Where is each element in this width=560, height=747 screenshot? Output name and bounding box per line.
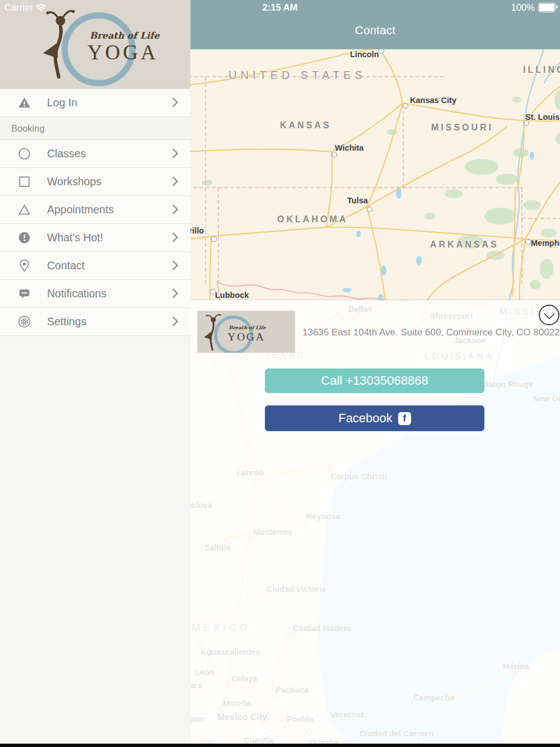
facebook-icon: [398, 412, 411, 425]
studio-address: 13635 East 104th Ave. Suite 600, Commerc…: [302, 327, 556, 338]
map-label: MISSOURI: [431, 123, 493, 133]
chevron-right-icon: [168, 204, 178, 214]
city-dot: [403, 103, 408, 109]
studio-logo-main: Breath of Life YOGA: [25, 8, 165, 82]
battery-icon: [538, 3, 556, 12]
sidebar: Breath of Life YOGA Log In Booking Class…: [0, 0, 190, 747]
clock: 2:15 AM: [0, 2, 560, 13]
studio-logo: Breath of Life YOGA: [197, 313, 269, 352]
chevron-right-icon: [168, 260, 178, 270]
sidebar-menu: Log In Booking Classes Workshops Appoint…: [0, 88, 190, 336]
chevron-down-icon: [544, 308, 555, 319]
facebook-button[interactable]: Facebook: [265, 405, 484, 431]
map-label: Lincoln: [350, 50, 379, 59]
warning-icon: [17, 95, 32, 110]
battery-percent: 100%: [511, 2, 535, 13]
sidebar-item-workshops[interactable]: Workshops: [0, 168, 190, 196]
city-dot: [525, 239, 531, 245]
map-label: St. Louis: [525, 113, 559, 122]
sidebar-item-classes[interactable]: Classes: [0, 140, 190, 168]
chevron-right-icon: [168, 316, 178, 326]
sidebar-item-settings[interactable]: Settings: [0, 308, 190, 336]
gear-icon: [17, 314, 32, 329]
city-dot: [211, 236, 217, 242]
collapse-sheet-button[interactable]: [539, 305, 559, 325]
city-dot: [367, 207, 372, 212]
facebook-button-label: Facebook: [338, 411, 393, 426]
sidebar-section-booking: Booking: [0, 117, 190, 140]
page-title: Contact: [190, 24, 560, 37]
chevron-right-icon: [168, 232, 178, 242]
sidebar-item-log-in[interactable]: Log In: [0, 89, 190, 117]
chevron-right-icon: [168, 288, 178, 298]
contact-sheet: Breath of Life YOGA 13635 East 104th Ave…: [190, 300, 560, 747]
circle-icon: [17, 146, 32, 161]
square-icon: [17, 174, 32, 189]
city-dot: [332, 152, 337, 157]
chevron-right-icon: [168, 97, 178, 107]
studio-logo-thumbnail: Breath of Life YOGA: [197, 311, 295, 353]
yoga-figure-graphic: [203, 314, 223, 351]
map-label: ARKANSAS: [430, 240, 499, 250]
status-bar: Carrier 2:15 AM 100%: [0, 0, 560, 16]
map-label: Memphis: [531, 239, 560, 248]
sidebar-item-contact[interactable]: Contact: [0, 252, 190, 280]
sidebar-item-notifications[interactable]: Notifications: [0, 280, 190, 308]
map-label: Kansas City: [410, 96, 456, 105]
map-label: Lubbock: [215, 291, 249, 300]
alert-circle-icon: [17, 230, 32, 245]
chevron-right-icon: [168, 148, 178, 158]
map-label: Amarillo: [190, 226, 204, 235]
contact-panel: LincolnUNITED STATESILLINOISKansas CityS…: [190, 0, 560, 747]
map-label: Tulsa: [347, 196, 368, 205]
triangle-icon: [17, 202, 32, 217]
map-label: KANSAS: [280, 120, 332, 130]
map-label: OKLAHOMA: [277, 214, 348, 225]
sidebar-item-appointments[interactable]: Appointments: [0, 196, 190, 224]
map-label: UNITED STATES: [228, 69, 366, 82]
logo-yoga-text: YOGA: [87, 40, 158, 64]
chevron-right-icon: [168, 176, 178, 186]
sidebar-item-whats-hot[interactable]: What's Hot!: [0, 224, 190, 252]
map-label: ILLINOIS: [523, 65, 560, 75]
map-label: Wichita: [335, 143, 363, 152]
call-button[interactable]: Call +13035068868: [265, 368, 484, 393]
yoga-figure-graphic: [40, 10, 80, 78]
pin-star-icon: [17, 258, 32, 273]
logo-yoga-text: YOGA: [227, 330, 265, 343]
home-indicator-bar: [0, 744, 560, 747]
logo-script-text: Breath of Life: [90, 30, 160, 41]
chat-bubble-icon: [17, 286, 32, 301]
